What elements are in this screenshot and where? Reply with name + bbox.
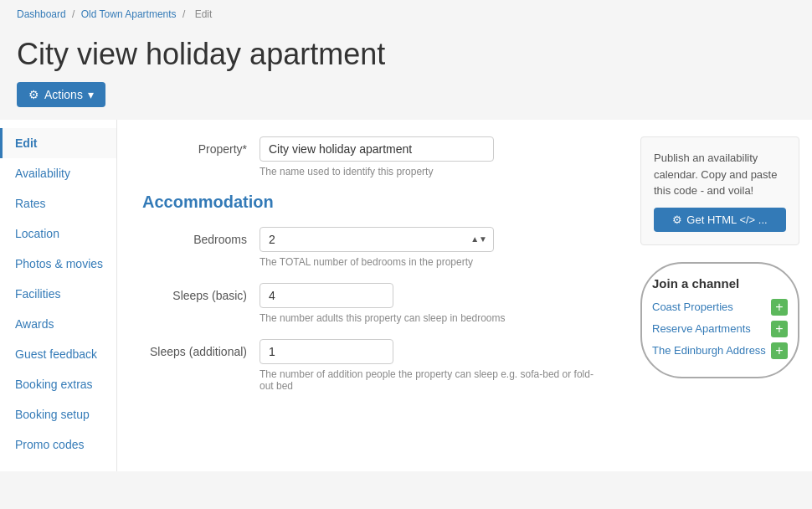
sleeps-additional-input[interactable] — [260, 339, 393, 364]
sleeps-additional-hint: The number of addition people the proper… — [260, 368, 603, 392]
channel-item-reserve: Reserve Apartments + — [652, 321, 788, 337]
sleeps-basic-hint: The number adults this property can slee… — [260, 312, 603, 324]
channel-link-reserve[interactable]: Reserve Apartments — [652, 322, 751, 335]
sidebar-item-awards[interactable]: Awards — [0, 309, 116, 339]
publish-box: Publish an availability calendar. Copy a… — [640, 136, 799, 245]
sleeps-additional-row: Sleeps (additional) The number of additi… — [142, 339, 603, 392]
page-header: City view holiday apartment Actions — [0, 28, 812, 120]
channel-link-edinburgh[interactable]: The Edinburgh Address — [652, 344, 766, 357]
sidebar-item-booking-extras[interactable]: Booking extras — [0, 369, 116, 399]
sleeps-basic-input[interactable] — [260, 283, 393, 308]
bedrooms-select-wrap: 1 2 3 4 5 ▲▼ — [260, 227, 494, 252]
channel-box-title: Join a channel — [652, 276, 788, 290]
sidebar-item-guest-feedback[interactable]: Guest feedback — [0, 339, 116, 369]
content-area: Property* The name used to identify this… — [117, 120, 628, 471]
html-icon: ⚙ — [672, 213, 682, 226]
breadcrumb: Dashboard / Old Town Apartments / Edit — [0, 0, 812, 28]
bedrooms-row: Bedrooms 1 2 3 4 5 ▲▼ The TOTAL number o… — [142, 227, 603, 268]
breadcrumb-sep1: / — [72, 8, 75, 20]
channel-add-edinburgh-button[interactable]: + — [771, 342, 788, 359]
sidebar-item-promo-codes[interactable]: Promo codes — [0, 429, 116, 460]
sidebar-item-facilities[interactable]: Facilities — [0, 279, 116, 309]
caret-down-icon — [88, 88, 94, 101]
get-html-button[interactable]: ⚙ Get HTML </> ... — [654, 208, 786, 232]
sidebar: Edit Availability Rates Location Photos … — [0, 120, 117, 471]
accommodation-heading: Accommodation — [142, 193, 603, 212]
page-title: City view holiday apartment — [17, 37, 795, 72]
channel-item-edinburgh: The Edinburgh Address + — [652, 342, 788, 359]
breadcrumb-current: Edit — [195, 8, 213, 20]
gear-icon — [28, 88, 39, 101]
sleeps-additional-field-wrap: The number of addition people the proper… — [260, 339, 603, 392]
actions-label: Actions — [44, 88, 83, 101]
sleeps-additional-label: Sleeps (additional) — [142, 339, 260, 358]
bedrooms-hint: The TOTAL number of bedrooms in the prop… — [260, 256, 603, 268]
sidebar-item-location[interactable]: Location — [0, 219, 116, 249]
bedrooms-select[interactable]: 1 2 3 4 5 — [260, 227, 494, 252]
actions-button[interactable]: Actions — [17, 82, 105, 107]
channel-box: Join a channel Coast Properties + Reserv… — [640, 262, 799, 378]
right-panel: Publish an availability calendar. Copy a… — [628, 120, 812, 471]
breadcrumb-sep2: / — [182, 8, 185, 20]
channel-item-coast: Coast Properties + — [652, 299, 788, 316]
channel-add-reserve-button[interactable]: + — [771, 321, 788, 337]
property-field-wrap: The name used to identify this property — [260, 136, 603, 177]
property-row: Property* The name used to identify this… — [142, 136, 603, 177]
breadcrumb-property[interactable]: Old Town Apartments — [81, 8, 177, 20]
sidebar-item-rates[interactable]: Rates — [0, 188, 116, 219]
sleeps-basic-label: Sleeps (basic) — [142, 283, 260, 302]
sidebar-item-availability[interactable]: Availability — [0, 158, 116, 188]
sidebar-item-edit[interactable]: Edit — [0, 128, 116, 158]
main-layout: Edit Availability Rates Location Photos … — [0, 120, 812, 471]
publish-text: Publish an availability calendar. Copy a… — [654, 152, 777, 197]
sleeps-basic-row: Sleeps (basic) The number adults this pr… — [142, 283, 603, 324]
property-hint: The name used to identify this property — [260, 166, 603, 177]
channel-add-coast-button[interactable]: + — [771, 299, 788, 316]
get-html-label: Get HTML </> ... — [686, 213, 767, 226]
sleeps-basic-field-wrap: The number adults this property can slee… — [260, 283, 603, 324]
bedrooms-label: Bedrooms — [142, 227, 260, 246]
property-input[interactable] — [260, 136, 494, 162]
sidebar-item-booking-setup[interactable]: Booking setup — [0, 399, 116, 429]
breadcrumb-dashboard[interactable]: Dashboard — [17, 8, 66, 20]
channel-link-coast[interactable]: Coast Properties — [652, 301, 733, 313]
sidebar-item-photos[interactable]: Photos & movies — [0, 249, 116, 279]
property-label: Property* — [142, 136, 260, 156]
bedrooms-field-wrap: 1 2 3 4 5 ▲▼ The TOTAL number of bedroom… — [260, 227, 603, 268]
